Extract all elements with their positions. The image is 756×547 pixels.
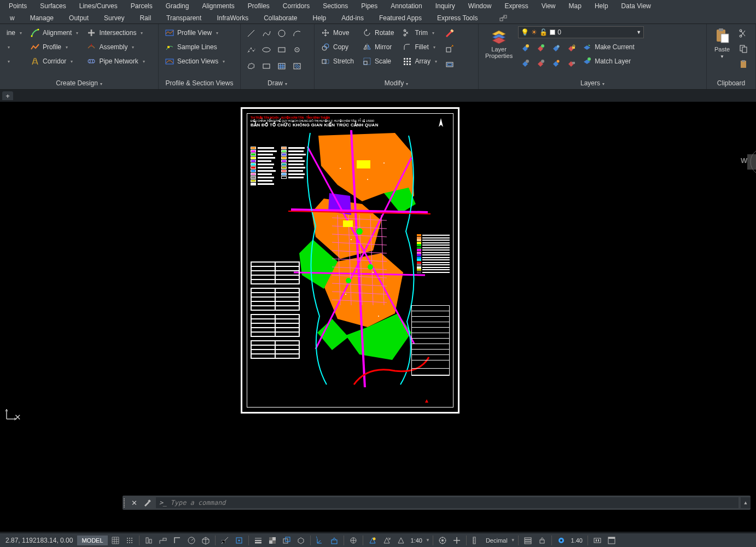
menu-window[interactable]: Window (462, 1, 498, 11)
section-views-button[interactable]: Section Views▾ (162, 55, 228, 68)
units-value[interactable]: Decimal (484, 537, 510, 544)
fillet-button[interactable]: Fillet▾ (399, 40, 440, 54)
isometric-drafting-icon[interactable] (199, 534, 212, 546)
selection-filtering-icon[interactable] (328, 534, 341, 546)
snap-mode-icon[interactable] (123, 534, 136, 546)
layer-on-icon[interactable] (518, 56, 532, 70)
selection-cycling-icon[interactable] (280, 534, 293, 546)
tab-featured-apps[interactable]: Featured Apps (371, 13, 429, 23)
mirror-button[interactable]: Mirror (359, 40, 397, 54)
menu-express[interactable]: Express (498, 1, 534, 11)
menu-grading[interactable]: Grading (159, 1, 196, 11)
paste-button[interactable]: Paste▼ (710, 26, 734, 75)
drawing-canvas[interactable]: THỊ TRẤN TÂN NGHĨA - HUYỆN HÀM TÂN - TỈN… (0, 102, 756, 514)
osnap-tracking-icon[interactable] (218, 534, 231, 546)
annotation-scale-icon[interactable] (394, 534, 408, 546)
menu-corridors[interactable]: Corridors (276, 1, 316, 11)
command-input[interactable]: >_Type a command (156, 497, 738, 508)
hatch-icon[interactable] (275, 59, 289, 73)
arc-icon[interactable] (290, 26, 304, 40)
workspace-switching-icon[interactable] (436, 534, 449, 546)
infer-constraints-icon[interactable] (142, 534, 155, 546)
command-history-icon[interactable]: ▲ (741, 497, 751, 508)
tab-transparent[interactable]: Transparent (159, 13, 209, 23)
panel-title-create-design[interactable]: Create Design (0, 78, 158, 89)
tab-manage[interactable]: Manage (22, 13, 61, 23)
layer-combo[interactable]: 💡 ☀ 🔓 0 ▼ (518, 26, 644, 38)
erase-icon[interactable] (443, 26, 457, 40)
assembly-button[interactable]: Assembly▾ (84, 40, 148, 54)
layer-unlock-icon[interactable] (564, 56, 578, 70)
quick-properties-icon[interactable] (521, 534, 534, 546)
profile-button[interactable]: Profile▾ (27, 40, 82, 54)
layer-iso-icon[interactable] (533, 40, 548, 55)
dynamic-input-icon[interactable] (156, 534, 170, 546)
menu-help[interactable]: Help (588, 1, 615, 11)
polyline-icon[interactable] (259, 26, 274, 40)
intersections-button[interactable]: Intersections▾ (84, 26, 148, 39)
tab-add-ins[interactable]: Add-ins (334, 13, 371, 23)
panel-cycling-icon[interactable] (496, 11, 510, 25)
polar-tracking-icon[interactable] (185, 534, 198, 546)
command-close-icon[interactable]: ✕ (128, 499, 141, 507)
sample-lines-button[interactable]: Sample Lines (162, 40, 228, 54)
tab-help[interactable]: Help (305, 13, 334, 23)
revcloud-icon[interactable] (244, 59, 258, 73)
tool-unknown-2[interactable]: ▾ (3, 40, 25, 54)
annotation-visibility-icon[interactable] (366, 534, 379, 546)
tab-w[interactable]: w (2, 13, 22, 23)
layer-properties-button[interactable]: LayerProperties (482, 26, 516, 60)
lineweight-icon[interactable] (252, 534, 265, 546)
pipe-network-button[interactable]: Pipe Network▾ (84, 55, 148, 68)
menu-points[interactable]: Points (2, 1, 33, 11)
scale-button[interactable]: Scale (359, 55, 397, 68)
make-current-button[interactable]: Make Current (579, 40, 638, 54)
units-icon[interactable] (469, 534, 482, 546)
transparency-icon[interactable] (266, 534, 279, 546)
profile-view-button[interactable]: Profile View▾ (162, 26, 228, 39)
spline-icon[interactable] (244, 43, 258, 57)
menu-surfaces[interactable]: Surfaces (33, 1, 72, 11)
command-drag-handle[interactable] (123, 497, 128, 509)
corridor-button[interactable]: Corridor▾ (27, 55, 82, 68)
new-tab-button[interactable]: + (2, 91, 13, 100)
match-layer-button[interactable]: Match Layer (579, 55, 638, 68)
ortho-mode-icon[interactable] (171, 534, 184, 546)
explode-icon[interactable] (443, 42, 457, 56)
menu-pipes[interactable]: Pipes (354, 1, 384, 11)
command-customize-icon[interactable] (141, 498, 154, 507)
dynamic-ucs-icon[interactable]: L (313, 534, 327, 546)
rectangle-hatch-icon[interactable] (275, 43, 289, 57)
3d-osnap-icon[interactable] (294, 534, 307, 546)
menu-alignments[interactable]: Alignments (195, 1, 241, 11)
panel-title-draw[interactable]: Draw (241, 78, 314, 89)
alignment-button[interactable]: Alignment▾ (27, 26, 82, 39)
panel-title-layers[interactable]: Layers (479, 78, 706, 89)
line-icon[interactable] (244, 26, 258, 40)
menu-map[interactable]: Map (562, 1, 588, 11)
tab-survey[interactable]: Survey (96, 13, 132, 23)
circle-icon[interactable] (275, 26, 289, 40)
2d-osnap-icon[interactable] (232, 534, 246, 546)
tab-rail[interactable]: Rail (132, 13, 159, 23)
tab-infraworks[interactable]: InfraWorks (209, 13, 256, 23)
draw-more-icon[interactable] (290, 43, 304, 57)
copy-clip-icon[interactable] (736, 42, 751, 56)
layer-freeze-icon[interactable] (549, 40, 563, 55)
model-space-button[interactable]: MODEL (77, 536, 107, 545)
layer-uniso-icon[interactable] (533, 56, 548, 70)
coordinates-readout[interactable]: 2.87, 1192183.14, 0.00 (2, 537, 76, 544)
hardware-acceleration-icon[interactable] (591, 534, 604, 546)
isolate-objects-icon[interactable] (555, 534, 568, 546)
menu-sections[interactable]: Sections (316, 1, 354, 11)
move-button[interactable]: Move (318, 26, 357, 39)
tab-express-tools[interactable]: Express Tools (429, 13, 485, 23)
annotation-scale-value[interactable]: 1:40 (409, 537, 424, 544)
menu-lines-curves[interactable]: Lines/Curves (73, 1, 124, 11)
tool-unknown-3[interactable]: ▾ (3, 55, 25, 68)
layer-off-icon[interactable] (518, 40, 532, 55)
grid-display-icon[interactable] (109, 534, 122, 546)
copy-button[interactable]: Copy (318, 40, 357, 54)
autoscale-icon[interactable] (380, 534, 393, 546)
offset-icon[interactable] (443, 57, 457, 71)
